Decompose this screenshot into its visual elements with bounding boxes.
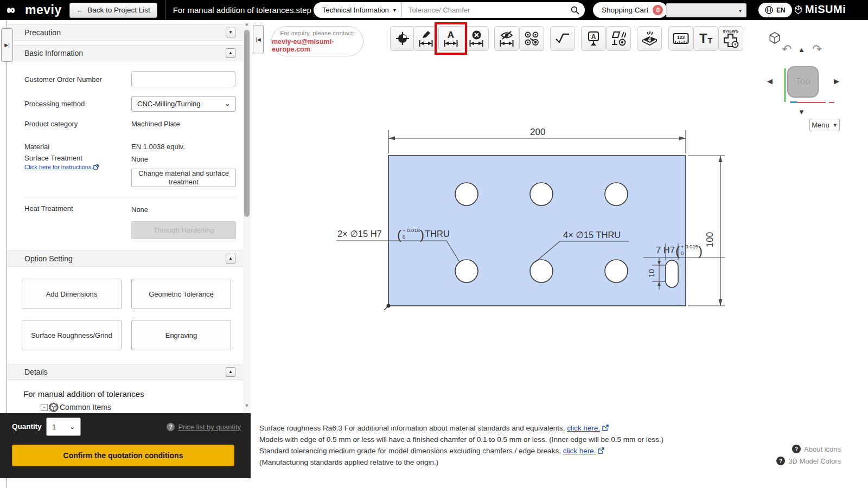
tree-collapse-icon[interactable]: − <box>41 404 48 411</box>
note-line-3: Standard tolerancing medium grade for mo… <box>259 445 663 457</box>
svg-text:): ) <box>420 227 424 242</box>
tolerancing-link[interactable]: click here. <box>563 447 596 455</box>
plate-slot[interactable] <box>666 260 678 287</box>
chevron-down-icon: ▾ <box>393 7 396 13</box>
svg-text:2× ∅15 H7: 2× ∅15 H7 <box>337 229 382 239</box>
search-button[interactable] <box>565 2 585 18</box>
quantity-select[interactable]: 1 ⌄ <box>46 418 81 436</box>
model-colors-link[interactable]: ? 3D Model Colors <box>776 457 841 465</box>
price-list-link[interactable]: ? Price list by quantity <box>167 423 241 431</box>
section-basic-information[interactable]: Basic Information ▲ <box>7 45 243 61</box>
svg-text:(: ( <box>397 227 401 242</box>
model-cube-icon <box>49 402 59 412</box>
through-hardening-button[interactable]: Through Hardening <box>131 221 236 239</box>
customer-order-number-label: Customer Order Number <box>24 75 102 84</box>
tree-item-common-items[interactable]: − Common Items <box>41 402 111 412</box>
precaution-expand-button[interactable]: ▼ <box>226 28 235 37</box>
scrollbar-thumb[interactable] <box>244 30 250 217</box>
cad-drawing[interactable]: 200 100 2× ∅15 H7 ( + 0.018 0 ) THRU 4× … <box>251 20 853 416</box>
instructions-link[interactable]: Click here for instructions. <box>24 164 99 170</box>
processing-method-label: Processing method <box>24 100 85 108</box>
search-icon <box>571 6 579 15</box>
top-bar: meviy ← Back to Project List For manual … <box>0 0 868 20</box>
details-collapse-button[interactable]: ▲ <box>226 367 235 377</box>
meviy-logo[interactable]: meviy <box>5 3 62 17</box>
svg-text:0: 0 <box>681 250 684 256</box>
svg-text:+ 0.018: + 0.018 <box>403 227 420 233</box>
add-dimensions-button[interactable]: Add Dimensions <box>22 279 122 309</box>
chevron-down-icon: ⌄ <box>225 100 230 107</box>
meviy-logo-icon <box>5 5 22 15</box>
language-button[interactable]: EN <box>758 3 792 17</box>
product-category-label: Product category <box>24 120 78 128</box>
basic-information-collapse-button[interactable]: ▲ <box>226 48 235 58</box>
topbar-empty-select[interactable]: ▾ <box>666 3 746 17</box>
quantity-label: Quantity <box>12 422 42 431</box>
svg-text:THRU: THRU <box>425 229 450 239</box>
customer-order-number-input[interactable] <box>131 71 235 87</box>
engraving-button[interactable]: Engraving <box>131 320 231 350</box>
note-line-4: (Manufacturing standards applied relativ… <box>259 457 663 468</box>
question-icon: ? <box>776 457 785 465</box>
question-icon: ? <box>167 423 175 431</box>
chevron-down-icon: ▾ <box>739 8 742 14</box>
change-material-button[interactable]: Change material and surface treatment <box>131 169 236 187</box>
drawing-notes: Surface roughness Ra6.3 For additional i… <box>259 422 663 468</box>
product-category-value: Machined Plate <box>131 120 180 128</box>
search-input[interactable] <box>402 6 565 14</box>
about-icons-link[interactable]: ? About icons <box>776 445 841 453</box>
search-bar: Technical Information ▾ <box>314 2 585 18</box>
surface-roughness-grind-button[interactable]: Surface Roughness/Grind <box>22 320 122 350</box>
external-link-icon <box>598 447 604 454</box>
svg-text:(: ( <box>675 243 680 258</box>
svg-text:7 H7: 7 H7 <box>656 245 675 255</box>
misumi-logo-icon <box>794 5 802 15</box>
material-value: EN 1.0038 equiv. <box>131 143 185 151</box>
file-title: For manual addition of tolerances.step <box>165 0 311 20</box>
option-setting-collapse-button[interactable]: ▲ <box>226 254 235 264</box>
material-standards-link[interactable]: click here. <box>567 424 600 432</box>
back-to-project-list-button[interactable]: ← Back to Project List <box>69 3 157 18</box>
quote-footer: Quantity 1 ⌄ ? Price list by quantity Co… <box>0 413 251 478</box>
note-line-2: Models with edge of 0.5 mm or less will … <box>259 434 663 445</box>
misumi-logo[interactable]: MiSUMi <box>794 3 846 16</box>
heat-treatment-label: Heat Treatment <box>24 204 73 213</box>
heat-treatment-value: None <box>131 206 148 214</box>
globe-icon <box>765 6 773 14</box>
chevron-down-icon: ⌄ <box>70 423 75 431</box>
svg-text:4× ∅15 THRU: 4× ∅15 THRU <box>563 230 621 240</box>
confirm-quotation-button[interactable]: Confirm the quotation conditions <box>12 445 234 466</box>
dim-100-text[interactable]: 100 <box>705 232 715 247</box>
scroll-up-icon[interactable]: ▲ <box>243 21 251 27</box>
external-link-icon <box>602 425 609 431</box>
svg-text:0: 0 <box>403 234 405 240</box>
external-link-icon <box>93 164 99 170</box>
divider <box>24 197 236 197</box>
sidebar-scrollbar[interactable]: ▲ ▼ <box>243 20 251 413</box>
sidebar-expand-button[interactable]: ▶| <box>1 28 13 62</box>
svg-text:): ) <box>698 243 703 258</box>
dim-100-lines[interactable] <box>688 156 725 306</box>
section-option-setting[interactable]: Option Setting ▲ <box>7 251 243 267</box>
surface-treatment-value: None <box>131 155 148 163</box>
geometric-tolerance-button[interactable]: Geometric Tolerance <box>131 279 231 309</box>
meviy-logo-text: meviy <box>25 3 62 17</box>
scroll-down-icon[interactable]: ▼ <box>243 403 251 408</box>
help-links: ? About icons ? 3D Model Colors <box>776 445 841 468</box>
question-icon: ? <box>792 445 801 453</box>
note-line-1: Surface roughness Ra6.3 For additional i… <box>259 422 663 434</box>
svg-text:+ 0.015: + 0.015 <box>681 243 698 249</box>
dim-200-text[interactable]: 200 <box>530 127 545 137</box>
back-arrow-icon: ← <box>76 6 84 14</box>
panel-collapse-button[interactable]: |◀ <box>253 25 264 54</box>
part-name: For manual addition of tolerances <box>23 389 144 399</box>
section-details[interactable]: Details ▲ <box>7 364 243 380</box>
cart-count-badge: 0 <box>653 5 663 15</box>
material-label: Material <box>24 143 49 151</box>
processing-method-select[interactable]: CNC-Milling/Turning ⌄ <box>131 96 236 112</box>
section-precaution[interactable]: Precaution ▼ <box>7 24 243 41</box>
surface-treatment-label: Surface Treatment <box>24 154 82 162</box>
search-category-select[interactable]: Technical Information ▾ <box>314 2 402 18</box>
svg-text:10: 10 <box>647 269 656 278</box>
shopping-cart-button[interactable]: Shopping Cart 0 <box>593 2 667 18</box>
